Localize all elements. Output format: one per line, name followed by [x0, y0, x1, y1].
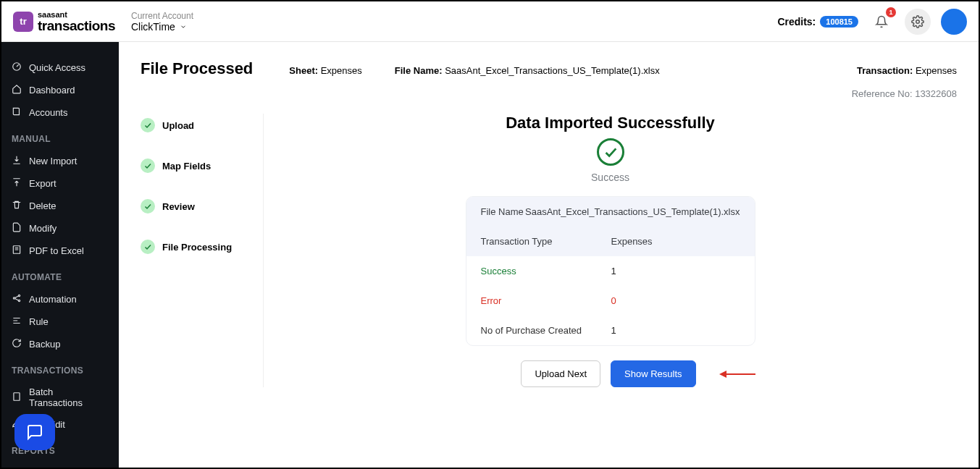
- step-upload[interactable]: Upload: [141, 118, 256, 132]
- svg-point-0: [916, 20, 920, 23]
- download-icon: [12, 155, 22, 167]
- page-title: File Processed: [141, 59, 253, 78]
- sidebar-item-batch-transactions[interactable]: Batch Transactions: [1, 381, 119, 413]
- account-label: Current Account: [131, 11, 193, 21]
- result-title: Data Imported Successfully: [506, 114, 715, 132]
- check-icon: [141, 240, 155, 254]
- sidebar-item-dashboard[interactable]: Dashboard: [1, 79, 119, 101]
- pdf-icon: [12, 245, 22, 257]
- top-bar: tr saasant transactions Current Account …: [1, 1, 979, 42]
- sidebar-section-manual: MANUAL: [1, 134, 119, 144]
- check-icon: [141, 199, 155, 214]
- rt-success-v: 1: [611, 266, 740, 276]
- sidebar-item-label: Dashboard: [29, 85, 75, 96]
- upload-icon: [12, 177, 22, 190]
- gear-icon: [911, 15, 924, 28]
- gauge-icon: [12, 62, 22, 74]
- ref-label: Reference No:: [852, 88, 913, 99]
- step-label: Review: [162, 201, 195, 212]
- sidebar-item-rule[interactable]: Rule: [1, 310, 119, 333]
- steps-list: UploadMap FieldsReviewFile Processing: [141, 114, 264, 387]
- step-label: File Processing: [162, 242, 232, 253]
- sidebar-item-label: Batch Transactions: [29, 386, 109, 408]
- sidebar-item-label: Delete: [29, 200, 56, 211]
- doc-icon: [12, 467, 22, 468]
- sidebar-item-pdf-to-excel[interactable]: PDF to Excel: [1, 240, 119, 262]
- sidebar-item-accounts[interactable]: Accounts: [1, 101, 119, 124]
- sidebar-item-label: Backup: [29, 339, 60, 350]
- file-value: SaasAnt_Excel_Transactions_US_Template(1…: [445, 65, 660, 76]
- chat-fab[interactable]: [14, 414, 55, 450]
- logo-icon: tr: [13, 12, 33, 32]
- step-file-processing[interactable]: File Processing: [141, 240, 256, 254]
- show-results-button[interactable]: Show Results: [611, 360, 695, 387]
- main-content: File Processed Sheet: Expenses File Name…: [119, 42, 979, 468]
- rt-success-k: Success: [481, 266, 611, 276]
- file-icon: [12, 222, 22, 234]
- logo-brand-small: saasant: [38, 11, 115, 19]
- sheet-label: Sheet:: [289, 65, 318, 76]
- txn-label: Transaction:: [857, 65, 913, 76]
- ref-value: 13322608: [915, 88, 957, 99]
- sidebar-item-label: Quick Access: [29, 62, 85, 73]
- svg-point-3: [13, 297, 14, 299]
- step-label: Map Fields: [162, 161, 211, 172]
- svg-marker-10: [719, 371, 726, 378]
- sidebar-section-transactions: TRANSACTIONS: [1, 366, 119, 376]
- sidebar-item-label: Rule: [29, 316, 49, 327]
- notification-count: 1: [886, 7, 896, 17]
- sidebar-item-label: Accounts: [29, 107, 67, 118]
- trash-icon: [12, 200, 22, 212]
- sidebar-section-automate: AUTOMATE: [1, 272, 119, 282]
- sidebar-item-label: PDF to Excel: [29, 245, 84, 256]
- sidebar-item-automation[interactable]: Automation: [1, 288, 119, 310]
- success-text: Success: [591, 172, 629, 183]
- credits-badge[interactable]: 100815: [820, 16, 858, 28]
- rt-created-k: No of Purchase Created: [481, 325, 611, 336]
- check-icon: [141, 118, 155, 132]
- settings-button[interactable]: [905, 9, 931, 35]
- sidebar-item-label: New Import: [29, 156, 77, 166]
- sidebar-item-label: Export: [29, 178, 56, 189]
- txn-value: Expenses: [916, 65, 957, 76]
- rt-txn-type-v: Expenses: [611, 236, 740, 247]
- svg-point-4: [18, 295, 20, 296]
- user-avatar[interactable]: [941, 9, 967, 35]
- account-name: ClickTime: [131, 21, 175, 33]
- rt-file-name-k: File Name: [481, 206, 526, 217]
- sidebar-item-label: Automation: [29, 294, 77, 305]
- credits-display: Credits: 100815: [777, 16, 858, 28]
- chat-icon: [26, 423, 43, 441]
- account-switcher[interactable]: Current Account ClickTime: [131, 11, 193, 33]
- sidebar-item-export[interactable]: Export: [1, 172, 119, 195]
- file-label: File Name:: [395, 65, 443, 76]
- step-map-fields[interactable]: Map Fields: [141, 159, 256, 173]
- rt-created-v: 1: [611, 325, 740, 336]
- rt-error-v: 0: [611, 295, 740, 306]
- sidebar-item-new-import[interactable]: New Import: [1, 150, 119, 172]
- notifications-button[interactable]: 1: [868, 9, 895, 35]
- logo[interactable]: tr saasant transactions: [13, 11, 115, 33]
- svg-point-5: [18, 300, 20, 301]
- home-icon: [12, 84, 22, 96]
- annotation-arrow-icon: [719, 369, 755, 379]
- sidebar-item-delete[interactable]: Delete: [1, 195, 119, 217]
- step-review[interactable]: Review: [141, 199, 256, 214]
- sidebar: Quick AccessDashboardAccountsMANUALNew I…: [1, 42, 119, 468]
- sidebar-item-reports[interactable]: Reports: [1, 462, 119, 468]
- rt-file-name-v: SaasAnt_Excel_Transactions_US_Template(1…: [525, 206, 740, 217]
- rule-icon: [12, 316, 22, 328]
- sidebar-item-quick-access[interactable]: Quick Access: [1, 56, 119, 79]
- backup-icon: [12, 338, 22, 350]
- doc-icon: [12, 392, 22, 404]
- success-check-icon: [597, 138, 624, 166]
- sidebar-item-backup[interactable]: Backup: [1, 333, 119, 355]
- logo-brand-large: transactions: [38, 19, 115, 33]
- step-label: Upload: [162, 120, 194, 131]
- result-table: File NameSaasAnt_Excel_Transactions_US_T…: [466, 196, 755, 346]
- chevron-down-icon: [180, 23, 187, 30]
- svg-rect-6: [14, 392, 20, 400]
- upload-next-button[interactable]: Upload Next: [521, 360, 600, 387]
- check-icon: [141, 159, 155, 173]
- sidebar-item-modify[interactable]: Modify: [1, 217, 119, 240]
